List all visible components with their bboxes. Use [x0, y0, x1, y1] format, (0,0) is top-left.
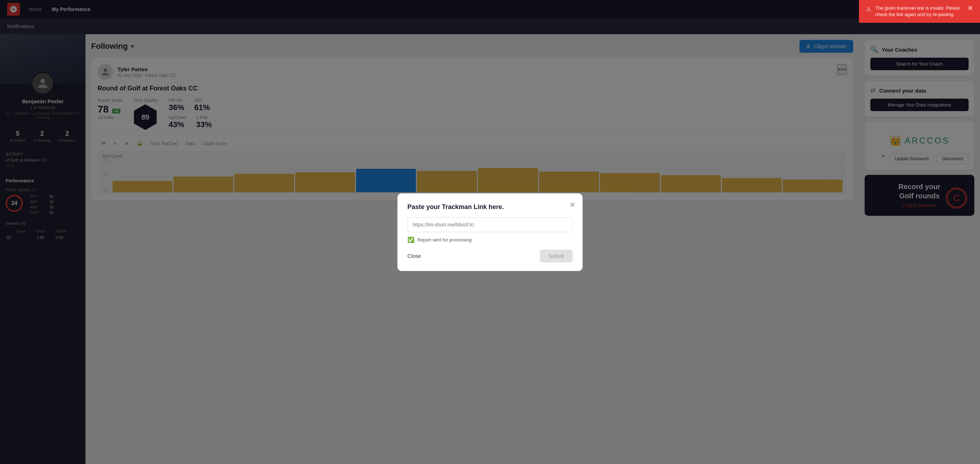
modal-title: Paste your Trackman Link here.	[407, 203, 573, 211]
trackman-modal: ✕ Paste your Trackman Link here. ✅ Repor…	[398, 193, 582, 271]
modal-submit-button[interactable]: Submit	[540, 249, 573, 262]
modal-overlay[interactable]: ✕ Paste your Trackman Link here. ✅ Repor…	[0, 0, 980, 464]
modal-close-button[interactable]: Close	[407, 253, 421, 259]
toast-message: The given trackman link is invalid. Plea…	[875, 5, 963, 18]
error-toast: ⚠ The given trackman link is invalid. Pl…	[859, 0, 980, 23]
toast-close-button[interactable]: ✕	[967, 5, 973, 11]
warning-icon: ⚠	[866, 5, 871, 13]
success-text: Report sent for processing	[417, 237, 471, 243]
success-check-icon: ✅	[407, 237, 415, 243]
modal-actions: Close Submit	[407, 249, 573, 262]
modal-close-x-button[interactable]: ✕	[570, 200, 576, 209]
modal-success-message: ✅ Report sent for processing	[407, 237, 573, 243]
trackman-url-input[interactable]	[407, 217, 573, 232]
